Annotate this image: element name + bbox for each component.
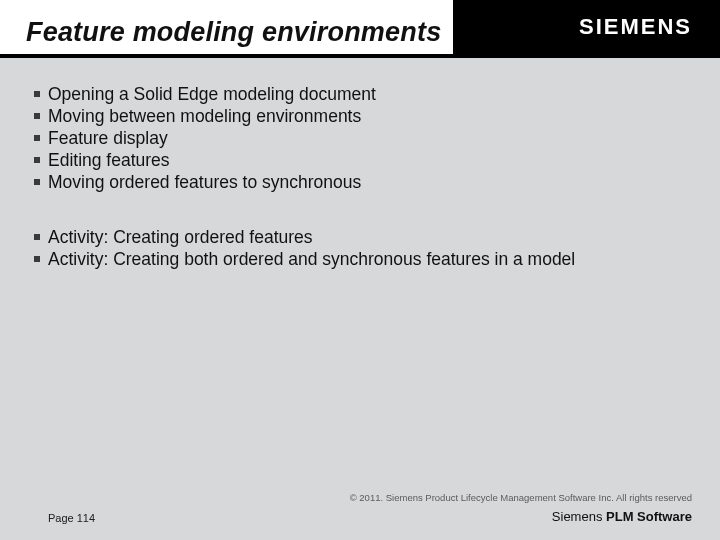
- spacer: [34, 193, 696, 227]
- product-prefix: Siemens: [552, 509, 606, 524]
- page-number: Page 114: [48, 512, 95, 524]
- list-item: Feature display: [34, 128, 696, 150]
- list-item: Editing features: [34, 150, 696, 172]
- title-container: Feature modeling environments: [0, 0, 453, 54]
- slide-title: Feature modeling environments: [26, 17, 441, 48]
- activity-list: Activity: Creating ordered features Acti…: [34, 227, 696, 271]
- product-name: Siemens PLM Software: [552, 509, 692, 524]
- list-item: Activity: Creating both ordered and sync…: [34, 249, 696, 271]
- list-item: Moving between modeling environments: [34, 106, 696, 128]
- footer-row: Page 114 Siemens PLM Software: [48, 509, 692, 524]
- product-bold: PLM Software: [606, 509, 692, 524]
- slide-footer: © 2011. Siemens Product Lifecycle Manage…: [0, 492, 720, 540]
- copyright-text: © 2011. Siemens Product Lifecycle Manage…: [48, 492, 692, 503]
- list-item: Activity: Creating ordered features: [34, 227, 696, 249]
- siemens-logo: SIEMENS: [579, 14, 692, 40]
- topic-list: Opening a Solid Edge modeling document M…: [34, 84, 696, 193]
- slide-content: Opening a Solid Edge modeling document M…: [34, 84, 696, 271]
- slide-header: Feature modeling environments SIEMENS: [0, 0, 720, 58]
- list-item: Moving ordered features to synchronous: [34, 172, 696, 194]
- list-item: Opening a Solid Edge modeling document: [34, 84, 696, 106]
